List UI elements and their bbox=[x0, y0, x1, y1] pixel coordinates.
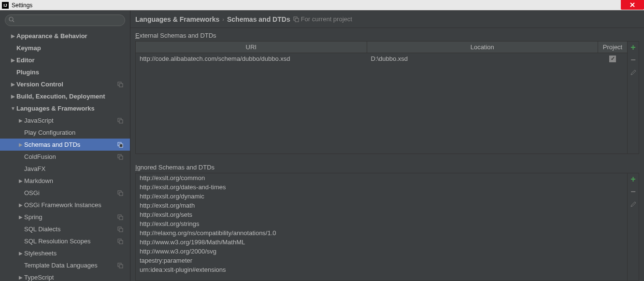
sidebar-item-label: SQL Resolution Scopes bbox=[24, 238, 91, 245]
list-item[interactable]: urn:idea:xslt-plugin#extensions bbox=[136, 265, 627, 274]
svg-rect-17 bbox=[119, 240, 123, 244]
expand-arrow-icon: ▶ bbox=[10, 57, 16, 63]
sidebar-item-play-configuration[interactable]: Play Configuration bbox=[0, 126, 130, 139]
sidebar-item-sql-resolution-scopes[interactable]: SQL Resolution Scopes bbox=[0, 235, 130, 247]
sidebar-item-label: Languages & Frameworks bbox=[16, 105, 95, 112]
col-uri[interactable]: URI bbox=[136, 42, 367, 53]
sidebar-item-template-data-languages[interactable]: Template Data Languages bbox=[0, 259, 130, 271]
sidebar-item-label: Play Configuration bbox=[24, 129, 75, 136]
sidebar-item-appearance-behavior[interactable]: ▶Appearance & Behavior bbox=[0, 30, 130, 42]
sidebar-item-label: JavaScript bbox=[24, 117, 54, 124]
title-bar: IJ Settings bbox=[0, 0, 644, 11]
project-scope-icon bbox=[117, 118, 123, 124]
sidebar-item-label: Stylesheets bbox=[24, 250, 57, 257]
sidebar-item-typescript[interactable]: ▶TypeScript bbox=[0, 271, 130, 281]
sidebar-item-keymap[interactable]: Keymap bbox=[0, 42, 130, 54]
list-item[interactable]: http://exslt.org/math bbox=[136, 201, 627, 210]
sidebar-item-coldfusion[interactable]: ColdFusion bbox=[0, 151, 130, 163]
project-scope-icon bbox=[293, 16, 299, 22]
project-scope-icon bbox=[117, 142, 123, 148]
sidebar-item-javafx[interactable]: JavaFX bbox=[0, 163, 130, 175]
svg-rect-5 bbox=[119, 120, 123, 123]
expand-arrow-icon: ▼ bbox=[10, 106, 16, 111]
svg-rect-19 bbox=[119, 265, 123, 268]
checkbox-icon[interactable]: ✓ bbox=[609, 56, 616, 62]
sidebar-item-label: Template Data Languages bbox=[24, 262, 98, 269]
settings-tree: ▶Appearance & BehaviorKeymap▶EditorPlugi… bbox=[0, 30, 130, 281]
ignored-section-label: Ignored Schemas and DTDs bbox=[130, 160, 644, 173]
cell-uri: http://code.alibabatech.com/schema/dubbo… bbox=[136, 53, 367, 64]
expand-arrow-icon: ▶ bbox=[10, 82, 16, 87]
list-item[interactable]: http://www.w3.org/1998/Math/MathML bbox=[136, 238, 627, 247]
pencil-icon bbox=[630, 201, 637, 208]
svg-rect-15 bbox=[119, 228, 123, 232]
expand-arrow-icon: ▶ bbox=[17, 202, 24, 208]
list-item[interactable]: http://exslt.org/sets bbox=[136, 210, 627, 219]
external-table-body: http://code.alibabatech.com/schema/dubbo… bbox=[136, 53, 627, 65]
expand-arrow-icon: ▶ bbox=[10, 33, 16, 39]
expand-arrow-icon: ▶ bbox=[10, 94, 16, 99]
close-button[interactable] bbox=[621, 0, 644, 10]
sidebar-item-markdown[interactable]: ▶Markdown bbox=[0, 175, 130, 187]
breadcrumb-parent[interactable]: Languages & Frameworks bbox=[135, 15, 219, 23]
table-row[interactable]: http://code.alibabatech.com/schema/dubbo… bbox=[136, 53, 627, 65]
sidebar-item-osgi-framework-instances[interactable]: ▶OSGi Framework Instances bbox=[0, 199, 130, 211]
search-icon bbox=[9, 17, 14, 24]
list-item[interactable]: http://relaxng.org/ns/compatibility/anno… bbox=[136, 228, 627, 238]
content-pane: Languages & Frameworks › Schemas and DTD… bbox=[130, 11, 644, 281]
list-item[interactable]: http://www.w3.org/2000/svg bbox=[136, 247, 627, 256]
cell-project[interactable]: ✓ bbox=[598, 53, 627, 64]
sidebar-item-editor[interactable]: ▶Editor bbox=[0, 54, 130, 66]
add-button[interactable]: + bbox=[630, 175, 637, 183]
app-icon: IJ bbox=[2, 2, 9, 9]
expand-arrow-icon: ▶ bbox=[17, 118, 24, 123]
sidebar-item-label: OSGi Framework Instances bbox=[24, 201, 101, 209]
list-item[interactable]: http://exslt.org/dates-and-times bbox=[136, 183, 627, 192]
expand-arrow-icon: ▶ bbox=[17, 178, 24, 183]
chevron-right-icon: › bbox=[222, 16, 224, 22]
expand-arrow-icon: ▶ bbox=[17, 251, 24, 256]
external-toolbar: + − bbox=[627, 42, 639, 154]
sidebar-item-plugins[interactable]: Plugins bbox=[0, 66, 130, 78]
project-scope-icon bbox=[117, 263, 123, 268]
sidebar-item-build-execution-deployment[interactable]: ▶Build, Execution, Deployment bbox=[0, 90, 130, 102]
window-title: Settings bbox=[12, 2, 32, 9]
svg-rect-21 bbox=[295, 18, 299, 22]
external-empty-space[interactable] bbox=[136, 65, 627, 154]
list-item[interactable]: tapestry:parameter bbox=[136, 256, 627, 265]
svg-rect-3 bbox=[119, 84, 123, 87]
ignored-list-body[interactable]: http://exslt.org/commonhttp://exslt.org/… bbox=[136, 173, 627, 281]
sidebar-item-label: JavaFX bbox=[24, 165, 45, 172]
sidebar-item-sql-dialects[interactable]: SQL Dialects bbox=[0, 223, 130, 235]
list-item[interactable]: http://exslt.org/common bbox=[136, 173, 627, 183]
col-location[interactable]: Location bbox=[367, 42, 599, 53]
edit-button[interactable] bbox=[630, 200, 637, 208]
project-scope-icon bbox=[117, 226, 123, 232]
sidebar-item-version-control[interactable]: ▶Version Control bbox=[0, 78, 130, 90]
project-scope-icon bbox=[117, 214, 123, 220]
list-item[interactable]: http://exslt.org/dynamic bbox=[136, 192, 627, 201]
sidebar-item-languages-frameworks[interactable]: ▼Languages & Frameworks bbox=[0, 102, 130, 114]
remove-button[interactable]: − bbox=[630, 56, 637, 64]
sidebar-item-label: SQL Dialects bbox=[24, 225, 60, 233]
col-project[interactable]: Project bbox=[598, 42, 627, 53]
sidebar-item-label: Schemas and DTDs bbox=[24, 141, 80, 148]
sidebar-item-stylesheets[interactable]: ▶Stylesheets bbox=[0, 247, 130, 259]
sidebar: ▶Appearance & BehaviorKeymap▶EditorPlugi… bbox=[0, 11, 130, 281]
edit-button[interactable] bbox=[630, 69, 637, 76]
add-button[interactable]: + bbox=[630, 43, 637, 51]
sidebar-item-schemas-and-dtds[interactable]: ▶Schemas and DTDs bbox=[0, 139, 130, 151]
expand-arrow-icon: ▶ bbox=[17, 275, 24, 280]
svg-rect-7 bbox=[119, 144, 123, 147]
sidebar-item-spring[interactable]: ▶Spring bbox=[0, 211, 130, 223]
sidebar-item-label: Version Control bbox=[16, 81, 63, 88]
project-scope-icon bbox=[117, 190, 123, 196]
sidebar-item-osgi[interactable]: OSGi bbox=[0, 187, 130, 199]
expand-arrow-icon: ▶ bbox=[17, 214, 24, 220]
search-input[interactable] bbox=[5, 14, 125, 26]
sidebar-item-javascript[interactable]: ▶JavaScript bbox=[0, 114, 130, 126]
scope-label: For current project bbox=[301, 15, 352, 23]
remove-button[interactable]: − bbox=[630, 188, 637, 196]
list-item[interactable]: http://exslt.org/strings bbox=[136, 219, 627, 228]
ignored-list: http://exslt.org/commonhttp://exslt.org/… bbox=[135, 173, 639, 281]
